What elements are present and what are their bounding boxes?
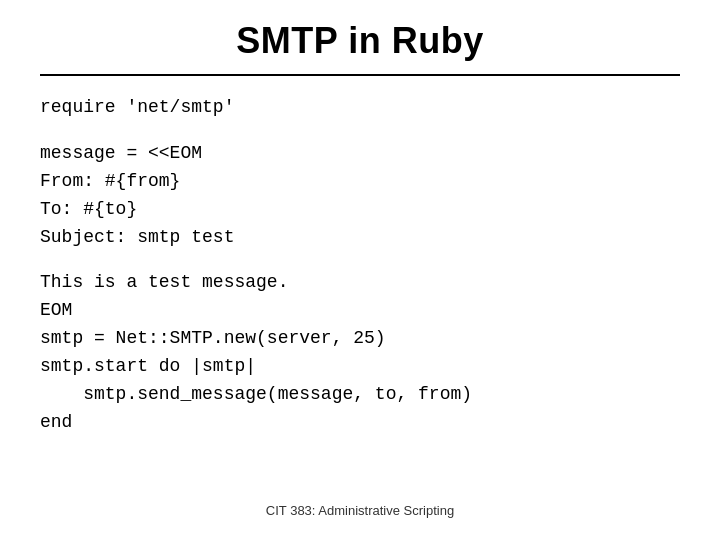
slide-container: SMTP in Ruby require 'net/smtp' message … — [0, 0, 720, 540]
title-area: SMTP in Ruby — [40, 20, 680, 62]
code-require: require 'net/smtp' — [40, 94, 680, 122]
code-body: This is a test message. EOM smtp = Net::… — [40, 269, 680, 436]
divider — [40, 74, 680, 76]
code-section-require: require 'net/smtp' — [40, 94, 680, 122]
code-section-body: This is a test message. EOM smtp = Net::… — [40, 269, 680, 436]
footer-area: CIT 383: Administrative Scripting — [40, 502, 680, 520]
slide-title: SMTP in Ruby — [40, 20, 680, 62]
footer-text: CIT 383: Administrative Scripting — [266, 503, 454, 518]
code-message: message = <<EOM From: #{from} To: #{to} … — [40, 140, 680, 252]
code-section-message: message = <<EOM From: #{from} To: #{to} … — [40, 140, 680, 252]
